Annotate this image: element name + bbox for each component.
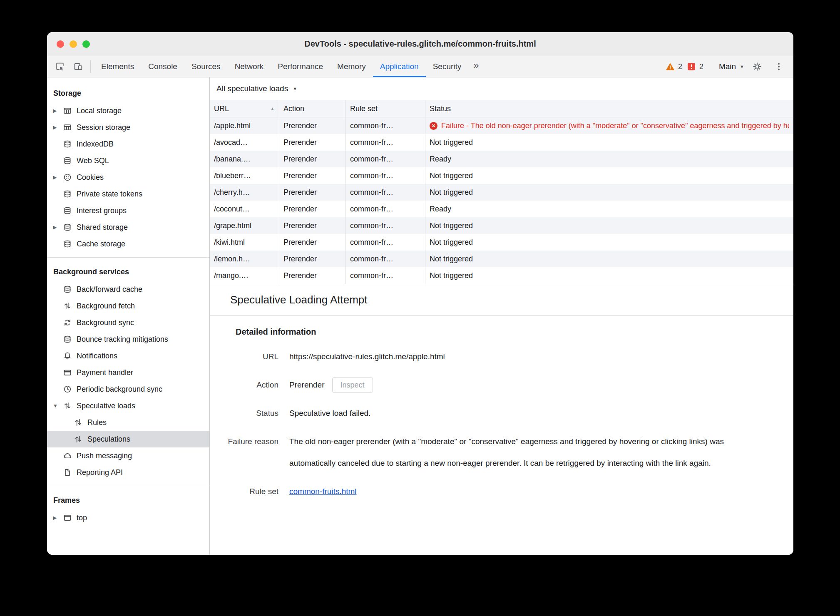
action-cell: Prerender xyxy=(279,184,346,201)
sidebar-item-cache-storage[interactable]: Cache storage xyxy=(47,236,209,252)
toolbar-divider xyxy=(90,60,91,73)
action-cell: Prerender xyxy=(279,234,346,251)
sidebar-item-notifications[interactable]: Notifications xyxy=(47,348,209,364)
sidebar-item-label: Notifications xyxy=(77,352,117,360)
table-row-cherry[interactable]: /cherry.h… Prerender common-fr… Not trig… xyxy=(210,184,793,201)
speculations-panel: All speculative loads ▼ URL ▲ Action Rul… xyxy=(210,77,793,555)
sidebar-item-label: Background fetch xyxy=(77,302,135,310)
table-row-mango[interactable]: /mango.… Prerender common-fr… Not trigge… xyxy=(210,267,793,284)
sidebar-item-speculative-loads[interactable]: ▼ Speculative loads xyxy=(47,397,209,414)
tab-application[interactable]: Application xyxy=(373,56,426,77)
table-row-kiwi[interactable]: /kiwi.html Prerender common-fr… Not trig… xyxy=(210,234,793,251)
tab-performance[interactable]: Performance xyxy=(271,56,330,77)
table-icon xyxy=(63,123,72,132)
sidebar-item-label: Rules xyxy=(87,418,107,427)
javascript-context-selector[interactable]: Main ▼ xyxy=(719,62,744,71)
url-cell: /cherry.h… xyxy=(210,184,279,201)
tab-sources[interactable]: Sources xyxy=(184,56,228,77)
clock-icon xyxy=(63,385,72,394)
sidebar-item-private-state-tokens[interactable]: Private state tokens xyxy=(47,186,209,202)
sidebar-item-local-storage[interactable]: ▶ Local storage xyxy=(47,102,209,119)
column-label: Action xyxy=(283,104,304,113)
warnings-indicator[interactable]: 2 xyxy=(665,62,682,72)
sidebar-item-frame-top[interactable]: ▶ top xyxy=(47,509,209,526)
sidebar-item-payment-handler[interactable]: Payment handler xyxy=(47,364,209,381)
sidebar-item-periodic-background-sync[interactable]: Periodic background sync xyxy=(47,381,209,397)
close-button[interactable] xyxy=(57,40,64,48)
detail-row-action: Action Prerender Inspect xyxy=(210,374,777,396)
column-header-rule-set[interactable]: Rule set xyxy=(346,100,425,117)
sidebar-item-web-sql[interactable]: Web SQL xyxy=(47,152,209,169)
warning-count: 2 xyxy=(678,62,682,71)
table-row-apple[interactable]: /apple.html Prerender common-fr… × Failu… xyxy=(210,117,793,134)
detail-url-value: https://speculative-rules.glitch.me/appl… xyxy=(289,346,777,368)
minimize-button[interactable] xyxy=(70,40,77,48)
sidebar-item-interest-groups[interactable]: Interest groups xyxy=(47,202,209,219)
chevron-right-icon[interactable]: ▶ xyxy=(53,124,63,130)
database-icon xyxy=(63,223,72,232)
table-row-avocado[interactable]: /avocad… Prerender common-fr… Not trigge… xyxy=(210,134,793,151)
settings-gear-button[interactable] xyxy=(748,58,766,75)
table-row-coconut[interactable]: /coconut… Prerender common-fr… Ready xyxy=(210,201,793,217)
tab-elements[interactable]: Elements xyxy=(94,56,141,77)
sidebar-item-label: Session storage xyxy=(77,123,130,132)
tab-memory[interactable]: Memory xyxy=(330,56,373,77)
database-icon xyxy=(63,335,72,344)
chevron-right-icon[interactable]: ▶ xyxy=(53,174,63,180)
sidebar-item-back-forward-cache[interactable]: Back/forward cache xyxy=(47,281,209,298)
sidebar-item-label: Interest groups xyxy=(77,206,127,215)
issues-indicator[interactable]: 2 xyxy=(686,62,703,72)
table-row-lemon[interactable]: /lemon.h… Prerender common-fr… Not trigg… xyxy=(210,251,793,267)
detail-action-value: Prerender xyxy=(289,374,325,396)
table-row-banana[interactable]: /banana.… Prerender common-fr… Ready xyxy=(210,151,793,167)
column-header-status[interactable]: Status xyxy=(425,100,793,117)
application-sidebar: Storage ▶ Local storage ▶ Session storag… xyxy=(47,77,210,555)
detail-failure-reason-value: The old non-eager prerender (with a "mod… xyxy=(289,431,768,474)
zoom-button[interactable] xyxy=(82,40,90,48)
speculative-loads-filter-dropdown[interactable]: All speculative loads ▼ xyxy=(216,84,297,93)
chevron-right-icon[interactable]: ▶ xyxy=(53,224,63,230)
sidebar-item-indexeddb[interactable]: IndexedDB xyxy=(47,136,209,152)
url-cell: /grape.html xyxy=(210,217,279,234)
table-row-grape[interactable]: /grape.html Prerender common-fr… Not tri… xyxy=(210,217,793,234)
action-cell: Prerender xyxy=(279,151,346,167)
sidebar-item-reporting-api[interactable]: Reporting API xyxy=(47,464,209,481)
table-icon xyxy=(63,106,72,115)
sidebar-item-cookies[interactable]: ▶ Cookies xyxy=(47,169,209,186)
table-row-blueberry[interactable]: /blueberr… Prerender common-fr… Not trig… xyxy=(210,167,793,184)
chevron-right-icon[interactable]: ▶ xyxy=(53,108,63,114)
status-text: Failure - The old non-eager prerender (w… xyxy=(441,122,789,130)
kebab-menu-button[interactable] xyxy=(770,58,788,75)
sidebar-item-shared-storage[interactable]: ▶ Shared storage xyxy=(47,219,209,236)
database-icon xyxy=(63,206,72,215)
sidebar-item-speculative-rules[interactable]: Rules xyxy=(47,414,209,431)
device-toolbar-button[interactable] xyxy=(70,58,87,75)
action-cell: Prerender xyxy=(279,117,346,134)
titlebar: DevTools - speculative-rules.glitch.me/c… xyxy=(47,32,793,56)
column-header-url[interactable]: URL ▲ xyxy=(210,100,279,117)
sidebar-item-background-sync[interactable]: Background sync xyxy=(47,314,209,331)
tab-console[interactable]: Console xyxy=(141,56,184,77)
tab-security[interactable]: Security xyxy=(426,56,469,77)
tab-network[interactable]: Network xyxy=(228,56,271,77)
swap-arrows-icon xyxy=(74,418,83,427)
rule-set-cell: common-fr… xyxy=(346,184,425,201)
sidebar-item-background-fetch[interactable]: Background fetch xyxy=(47,298,209,314)
issue-count: 2 xyxy=(699,62,703,71)
context-label: Main xyxy=(719,62,736,71)
sidebar-item-push-messaging[interactable]: Push messaging xyxy=(47,447,209,464)
rule-set-link[interactable]: common-fruits.html xyxy=(289,487,357,496)
sidebar-item-bounce-tracking-mitigations[interactable]: Bounce tracking mitigations xyxy=(47,331,209,348)
sidebar-item-session-storage[interactable]: ▶ Session storage xyxy=(47,119,209,136)
column-label: URL xyxy=(214,104,229,113)
url-cell: /kiwi.html xyxy=(210,234,279,251)
inspect-element-button[interactable] xyxy=(51,58,69,75)
column-header-action[interactable]: Action xyxy=(279,100,346,117)
sidebar-item-speculations[interactable]: Speculations xyxy=(47,431,209,447)
status-cell: Ready xyxy=(425,201,793,217)
inspect-button[interactable]: Inspect xyxy=(332,377,373,393)
chevron-right-icon[interactable]: ▶ xyxy=(53,515,63,521)
chevron-down-icon[interactable]: ▼ xyxy=(53,403,63,409)
more-tabs-button[interactable]: » xyxy=(468,56,484,77)
detail-label: Rule set xyxy=(210,481,278,502)
